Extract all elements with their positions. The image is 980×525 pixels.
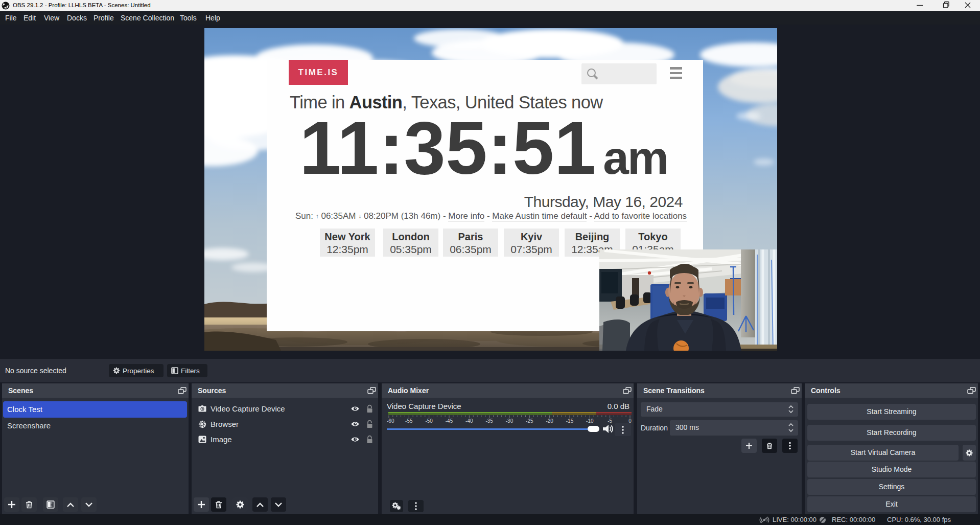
svg-text:-30: -30 xyxy=(506,418,514,424)
svg-text:-55: -55 xyxy=(405,418,413,424)
svg-text:-35: -35 xyxy=(485,418,493,424)
svg-text:-50: -50 xyxy=(425,418,433,424)
svg-text:-15: -15 xyxy=(566,418,574,424)
svg-text:-10: -10 xyxy=(586,418,594,424)
svg-text:-25: -25 xyxy=(526,418,533,424)
svg-text:-60: -60 xyxy=(387,418,394,424)
svg-text:-40: -40 xyxy=(465,418,473,424)
svg-text:-5: -5 xyxy=(608,418,612,424)
svg-text:-45: -45 xyxy=(446,418,453,424)
svg-text:-20: -20 xyxy=(546,418,553,424)
